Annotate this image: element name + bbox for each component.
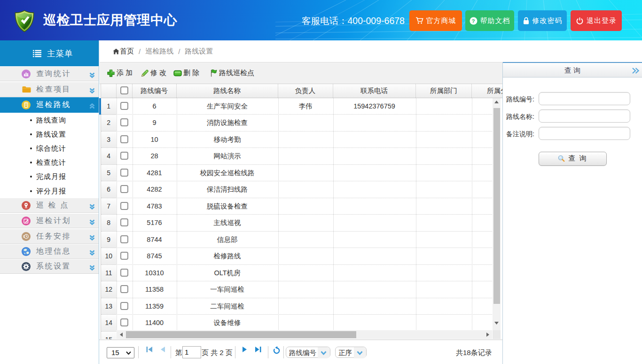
svg-text:?: ? (471, 18, 475, 23)
